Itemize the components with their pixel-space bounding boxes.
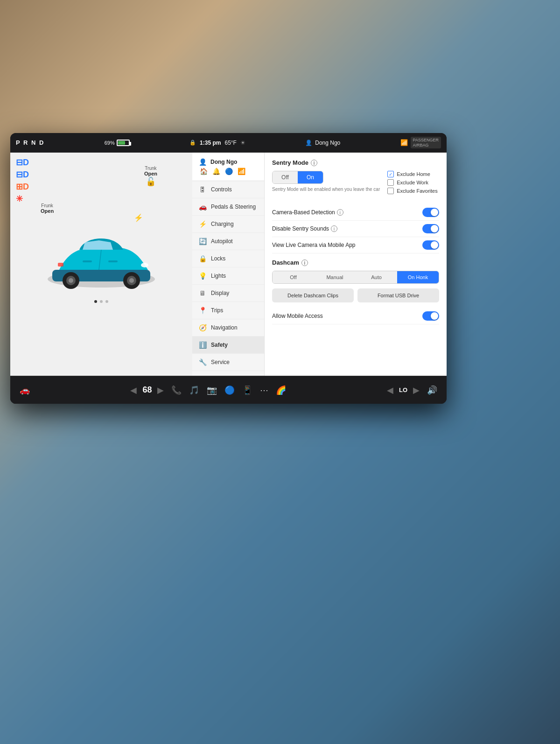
sidebar-item-charging[interactable]: ⚡ Charging xyxy=(192,216,264,233)
dot-3 xyxy=(105,300,108,303)
sidebar-item-display[interactable]: 🖥 Display xyxy=(192,285,264,302)
sidebar-item-controls[interactable]: 🎛 Controls xyxy=(192,181,264,198)
current-time: 1:35 pm xyxy=(200,140,221,146)
sidebar-item-service[interactable]: 🔧 Service xyxy=(192,354,264,371)
home-icon[interactable]: 🏠 xyxy=(200,168,208,175)
sentry-sounds-label-group: Disable Sentry Sounds i xyxy=(272,225,337,232)
sentry-sounds-label: Disable Sentry Sounds xyxy=(272,225,329,232)
taskbar-left: 🚗 xyxy=(18,383,32,397)
sidebar-item-lights[interactable]: 💡 Lights xyxy=(192,267,264,285)
dashcam-manual-button[interactable]: Manual xyxy=(314,271,356,283)
bluetooth-icon[interactable]: 🔵 xyxy=(225,168,233,175)
dashcam-title: Dashcam i xyxy=(272,259,439,266)
dot-1 xyxy=(94,300,97,303)
camera-detection-info-icon[interactable]: i xyxy=(337,209,343,216)
status-center: 69% xyxy=(105,140,130,146)
sidebar-item-software[interactable]: ⬇ Software xyxy=(192,371,264,376)
navigation-icon: 🧭 xyxy=(199,324,206,331)
svg-rect-11 xyxy=(83,260,92,262)
sidebar-item-locks[interactable]: 🔒 Locks xyxy=(192,250,264,267)
exclude-favorites-checkbox[interactable] xyxy=(387,188,394,194)
user-info: 👤 Dong Ngo xyxy=(305,140,340,146)
dashcam-info-icon[interactable]: i xyxy=(301,260,308,266)
trunk-value: Open xyxy=(144,171,157,176)
apps-icon[interactable]: 📱 xyxy=(240,383,254,397)
exclude-home-checkbox[interactable]: ✓ xyxy=(387,171,394,177)
left-panel: ⊟D ⊟D ⊞D ✳ Trunk Open 🔓 Frunk Open ⚡ xyxy=(10,153,192,376)
sentry-sounds-row: Disable Sentry Sounds i xyxy=(272,221,439,237)
colorwheel-icon[interactable]: 🌈 xyxy=(274,383,288,397)
gear-r: ✳ xyxy=(16,194,29,204)
car-nav-icon[interactable]: 🚗 xyxy=(18,383,32,397)
exclude-home-item[interactable]: ✓ Exclude Home xyxy=(387,171,439,177)
taskbar: 🚗 ◀ 68 ▶ 📞 🎵 📷 🔵 📱 ⋯ 🌈 ◀ LO ▶ 🔊 xyxy=(10,376,447,404)
sentry-sounds-toggle[interactable] xyxy=(422,224,439,233)
format-usb-button[interactable]: Format USB Drive xyxy=(357,288,439,302)
display-icon: 🖥 xyxy=(199,289,206,297)
sidebar-item-safety[interactable]: ℹ️ Safety xyxy=(192,337,264,354)
live-camera-label: View Live Camera via Mobile App xyxy=(272,242,356,248)
svg-point-9 xyxy=(141,263,148,267)
exclude-work-item[interactable]: Exclude Work xyxy=(387,179,439,186)
more-icon[interactable]: ⋯ xyxy=(258,383,270,397)
mobile-access-toggle[interactable] xyxy=(422,311,439,321)
sidebar-user-name: Dong Ngo xyxy=(210,159,237,165)
volume-icon[interactable]: 🔊 xyxy=(425,383,439,397)
dashcam-off-button[interactable]: Off xyxy=(273,271,314,283)
controls-icon: 🎛 xyxy=(199,186,206,193)
frunk-label: Frunk xyxy=(41,203,54,208)
dashcam-mode-group[interactable]: Off Manual Auto On Honk xyxy=(272,271,439,284)
user-avatar-small: 👤 xyxy=(305,140,312,146)
sentry-on-button[interactable]: On xyxy=(298,171,323,183)
forward-arrow-icon[interactable]: ▶ xyxy=(155,383,166,397)
exclude-work-label: Exclude Work xyxy=(397,180,428,185)
gear-d2: ⊟D xyxy=(16,169,29,180)
exclude-favorites-item[interactable]: Exclude Favorites xyxy=(387,188,439,194)
user-quick-icons[interactable]: 🏠 🔔 🔵 📶 xyxy=(199,168,258,175)
battery-percent: 69% xyxy=(105,140,115,146)
taskbar-center: ◀ 68 ▶ 📞 🎵 📷 🔵 📱 ⋯ 🌈 xyxy=(32,383,385,397)
right-status-icons: 📶 PASSENGERAIRBAG xyxy=(400,137,441,149)
camera-nav-icon[interactable]: 📷 xyxy=(205,383,219,397)
sentry-off-button[interactable]: Off xyxy=(273,171,298,183)
phone-icon[interactable]: 📞 xyxy=(169,383,183,397)
service-icon: 🔧 xyxy=(199,358,206,366)
sentry-sounds-info-icon[interactable]: i xyxy=(331,225,337,232)
dashcam-title-text: Dashcam xyxy=(272,259,299,266)
service-label: Service xyxy=(211,359,230,365)
bell-icon[interactable]: 🔔 xyxy=(212,168,220,175)
battery-fill xyxy=(118,141,126,145)
delete-clips-button[interactable]: Delete Dashcam Clips xyxy=(272,288,354,302)
gear-d1: ⊟D xyxy=(16,157,29,168)
trunk-label: Trunk xyxy=(144,166,157,171)
user-name-status: Dong Ngo xyxy=(315,140,340,146)
exclude-favorites-label: Exclude Favorites xyxy=(397,188,437,194)
frunk-value: Open xyxy=(41,208,54,214)
camera-detection-toggle[interactable] xyxy=(422,208,439,217)
dashcam-onhonk-button[interactable]: On Honk xyxy=(397,271,439,283)
camera-detection-label-group: Camera-Based Detection i xyxy=(272,209,343,216)
lock-icon: 🔒 xyxy=(189,140,196,146)
back-arrow-icon[interactable]: ◀ xyxy=(128,383,139,397)
sidebar-item-navigation[interactable]: 🧭 Navigation xyxy=(192,319,264,337)
music-nav-icon[interactable]: 🎵 xyxy=(187,383,201,397)
volume-forward-arrow[interactable]: ▶ xyxy=(411,383,421,397)
dashcam-section: Dashcam i Off Manual Auto On Honk Delete… xyxy=(272,259,439,324)
exclude-checkboxes: ✓ Exclude Home Exclude Work Exclude Favo… xyxy=(387,171,439,194)
dashcam-auto-button[interactable]: Auto xyxy=(356,271,397,283)
sentry-onoff-group[interactable]: Off On xyxy=(272,171,323,184)
sidebar-item-pedals[interactable]: 🚗 Pedals & Steering xyxy=(192,198,264,216)
sidebar-item-autopilot[interactable]: 🔄 Autopilot xyxy=(192,233,264,250)
live-camera-toggle[interactable] xyxy=(422,240,439,250)
bluetooth-taskbar-icon[interactable]: 🔵 xyxy=(223,383,237,397)
sentry-description: Sentry Mode will be enabled when you lea… xyxy=(272,187,380,192)
car-visualization xyxy=(10,225,192,295)
sentry-info-icon[interactable]: i xyxy=(311,160,317,166)
sidebar-item-trips[interactable]: 📍 Trips xyxy=(192,302,264,319)
wifi-status-icon[interactable]: 📶 xyxy=(238,168,245,175)
exclude-work-checkbox[interactable] xyxy=(387,179,394,186)
camera-detection-label: Camera-Based Detection xyxy=(272,209,335,216)
passenger-airbag-badge: PASSENGERAIRBAG xyxy=(411,137,441,149)
volume-back-arrow[interactable]: ◀ xyxy=(385,383,395,397)
dashcam-action-buttons: Delete Dashcam Clips Format USB Drive xyxy=(272,288,439,302)
